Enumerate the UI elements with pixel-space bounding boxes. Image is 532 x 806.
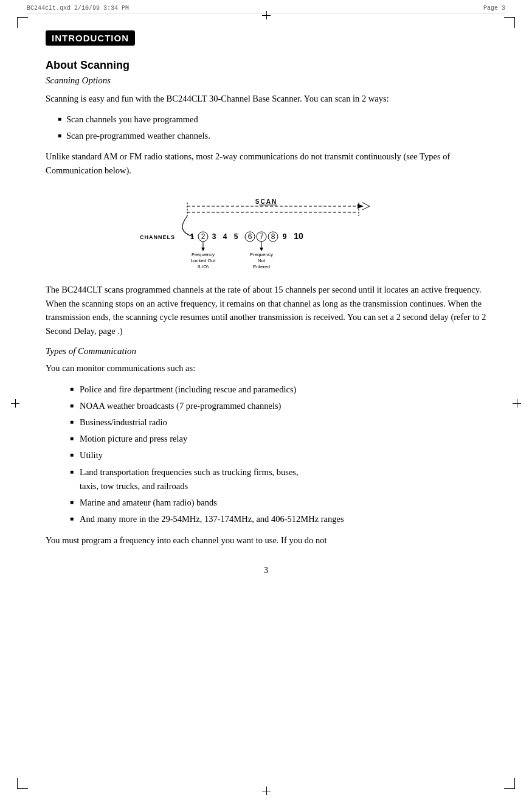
bullet-business: Business/industrial radio — [70, 415, 486, 429]
bullet-scan-weather: Scan pre-programmed weather channels. — [58, 129, 486, 142]
ch6: 6 — [247, 232, 252, 241]
section-heading: About Scanning — [46, 59, 486, 72]
bullet-many-more: And many more in the 29-54MHz, 137-174MH… — [70, 512, 486, 526]
svg-marker-13 — [201, 248, 205, 251]
ch4: 4 — [223, 232, 227, 241]
not-entered-label-line2: Not — [257, 258, 265, 263]
cross-left — [11, 399, 19, 408]
main-content: INTRODUCTION About Scanning Scanning Opt… — [46, 30, 486, 575]
ch1: 1 — [190, 232, 194, 241]
ch5: 5 — [233, 232, 238, 241]
locked-out-label-line2: Locked Out — [190, 258, 216, 263]
locked-out-label-line3: (L/O) — [197, 264, 209, 268]
scan-diagram: SCAN CHANNELS 1 2 3 4 — [139, 189, 394, 268]
locked-out-label-line1: Frequency — [192, 252, 215, 257]
ch2: 2 — [201, 232, 205, 241]
ch3: 3 — [212, 232, 216, 241]
types-bullets: Police and fire department (including re… — [70, 383, 486, 527]
scan-description: The BC244CLT scans programmed channels a… — [46, 283, 486, 338]
svg-line-2 — [362, 203, 370, 206]
cross-bottom — [262, 787, 271, 795]
corner-mark-br — [504, 778, 515, 789]
last-para: You must program a frequency into each c… — [46, 533, 486, 547]
not-entered-label-line3: Entered — [252, 264, 269, 268]
header-bar: BC244clt.qxd 2/10/99 3:34 PM Page 3 — [27, 5, 505, 13]
bullet-motion: Motion picture and press relay — [70, 432, 486, 446]
corner-mark-tr — [504, 17, 515, 28]
types-heading: Types of Communication — [46, 346, 486, 356]
diagram-container: SCAN CHANNELS 1 2 3 4 — [46, 189, 486, 268]
ch8: 8 — [271, 232, 275, 241]
scan-label: SCAN — [255, 198, 277, 205]
bullet-police: Police and fire department (including re… — [70, 383, 486, 397]
bullet-land: Land transportation frequencies such as … — [70, 465, 486, 493]
intro-heading: INTRODUCTION — [46, 30, 135, 46]
scanning-bullets: Scan channels you have programmed Scan p… — [58, 113, 486, 142]
header-left: BC244clt.qxd 2/10/99 3:34 PM — [27, 5, 186, 12]
scanning-options-subheading: Scanning Options — [46, 75, 486, 86]
corner-mark-tl — [17, 17, 28, 28]
ch7: 7 — [259, 232, 263, 241]
diagram-svg: SCAN CHANNELS 1 2 3 4 — [139, 189, 394, 268]
bullet-noaa: NOAA weather broadcasts (7 pre-programme… — [70, 399, 486, 413]
types-intro: You can monitor communications such as: — [46, 361, 486, 375]
channels-label: CHANNELS — [139, 234, 174, 240]
bullet-utility: Utility — [70, 448, 486, 462]
ch9: 9 — [282, 232, 286, 241]
ch10: 10 — [294, 231, 303, 241]
intro-para2: Unlike standard AM or FM radio stations,… — [46, 150, 486, 177]
not-entered-label-line1: Frequency — [250, 252, 273, 257]
bullet-scan-channels: Scan channels you have programmed — [58, 113, 486, 126]
page-number: 3 — [46, 566, 486, 575]
cross-right — [513, 399, 521, 408]
intro-para1: Scanning is easy and fun with the BC244C… — [46, 92, 486, 105]
corner-mark-bl — [17, 778, 28, 789]
header-right: Page 3 — [346, 5, 505, 12]
svg-line-3 — [362, 206, 370, 210]
svg-marker-15 — [260, 248, 263, 251]
bullet-marine: Marine and amateur (ham radio) bands — [70, 496, 486, 510]
